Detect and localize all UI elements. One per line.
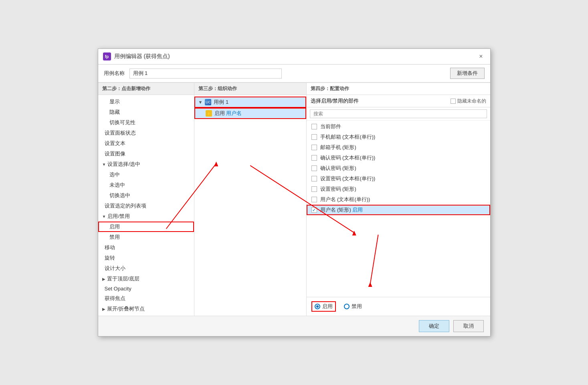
blue-enable-text: 启用 — [352, 207, 363, 213]
list-item[interactable]: 隐藏 — [98, 107, 194, 117]
list-item[interactable]: Set Opacity — [98, 284, 194, 293]
list-item[interactable]: 选中 — [98, 169, 194, 180]
blue-text-part: 用户名 — [226, 110, 242, 116]
dialog-body: 第二步：点击新增动作 显示 隐藏 切换可见性 设置面板状态 设置文本 设置图像 … — [98, 83, 490, 316]
title-bar-left: fp 用例编辑器 (获得焦点) — [103, 52, 170, 60]
right-panel-top: 第四步：配置动作 — [307, 83, 490, 95]
action-list: 显示 隐藏 切换可见性 设置面板状态 设置文本 设置图像 ▼ 设置选择/选中 选… — [98, 95, 194, 316]
use-case-editor-dialog: fp 用例编辑器 (获得焦点) × 用例名称 新增条件 第二步：点击新增动作 显… — [98, 48, 491, 337]
hide-unnamed-label: 隐藏未命名的 — [457, 98, 486, 105]
app-icon: fp — [103, 52, 111, 60]
comp-label: 用户名 (文本框(单行)) — [320, 196, 370, 203]
comp-label: 邮箱手机 (矩形) — [320, 144, 356, 151]
middle-panel-header: 第三步：组织动作 — [194, 83, 306, 95]
expand-arrow-icon: ▼ — [102, 162, 106, 167]
tree-item-action[interactable]: ⚡ 启用 用户名 — [194, 108, 306, 119]
list-item[interactable]: 设计大小 — [98, 263, 194, 274]
use-case-name-label: 用例名称 — [104, 70, 125, 77]
disable-radio-circle[interactable] — [344, 304, 350, 309]
comp-checkbox[interactable] — [311, 176, 317, 181]
comp-item[interactable]: 邮箱手机 (矩形) — [307, 142, 490, 153]
dialog-title: 用例编辑器 (获得焦点) — [114, 53, 170, 60]
use-case-name-input[interactable] — [129, 69, 282, 79]
comp-checkbox[interactable] — [311, 155, 317, 161]
list-item[interactable]: 切换可见性 — [98, 117, 194, 128]
action-icon: ⚡ — [206, 110, 212, 117]
list-item-group[interactable]: ▼ 启用/禁用 — [98, 211, 194, 222]
list-item[interactable]: 切换选中 — [98, 190, 194, 201]
list-item[interactable]: 设置图像 — [98, 149, 194, 159]
top-bar: 用例名称 新增条件 — [98, 65, 490, 83]
comp-item[interactable]: 手机邮箱 (文本框(单行)) — [307, 132, 490, 142]
select-component-label: 选择启用/禁用的部件 — [311, 97, 359, 105]
comp-item[interactable]: 设置密码 (矩形) — [307, 184, 490, 194]
list-item[interactable]: 获得焦点 — [98, 293, 194, 304]
comp-label: 手机邮箱 (文本框(单行)) — [320, 133, 376, 141]
comp-label: 用户名 (矩形) 启用 — [320, 206, 363, 214]
list-item[interactable]: 设置面板状态 — [98, 128, 194, 138]
comp-checkbox[interactable] — [311, 145, 317, 150]
title-bar: fp 用例编辑器 (获得焦点) × — [98, 49, 490, 65]
comp-checkbox[interactable] — [311, 186, 317, 192]
close-button[interactable]: × — [477, 52, 485, 61]
list-item-group[interactable]: ▼ 设置选择/选中 — [98, 159, 194, 169]
comp-checkbox[interactable] — [311, 124, 317, 129]
right-panel: 第四步：配置动作 选择启用/禁用的部件 隐藏未命名的 当前部件 — [307, 83, 490, 316]
comp-label: 当前部件 — [320, 123, 341, 130]
comp-checkbox-checked[interactable]: ✓ — [311, 207, 317, 213]
hide-unnamed-option: 隐藏未命名的 — [451, 98, 486, 105]
list-item-group[interactable]: ▶ 展开/折叠树节点 — [98, 304, 194, 314]
expand-arrow-icon: ▶ — [102, 277, 105, 281]
enable-radio-label: 启用 — [322, 303, 333, 310]
comp-item-username-rect[interactable]: ✓ 用户名 (矩形) 启用 — [307, 205, 490, 215]
disable-radio-option[interactable]: 禁用 — [344, 303, 362, 310]
expand-arrow-icon: ▶ — [102, 307, 105, 311]
enable-radio-option[interactable]: 启用 — [315, 303, 333, 310]
list-item[interactable]: 设置文本 — [98, 138, 194, 149]
tree-arrow-icon: ▼ — [198, 100, 203, 105]
comp-item[interactable]: 确认密码 (文本框(单行)) — [307, 153, 490, 163]
left-panel: 第二步：点击新增动作 显示 隐藏 切换可见性 设置面板状态 设置文本 设置图像 … — [98, 83, 194, 316]
usecase-icon: UC — [205, 99, 211, 105]
comp-label: 确认密码 (矩形) — [320, 165, 356, 172]
comp-label: 设置密码 (文本框(单行)) — [320, 175, 376, 182]
right-panel-header: 第四步：配置动作 — [311, 85, 349, 92]
component-select-header: 选择启用/禁用的部件 隐藏未命名的 — [307, 95, 490, 107]
list-item[interactable]: 设置选定的列表项 — [98, 201, 194, 211]
comp-checkbox[interactable] — [311, 165, 317, 171]
list-item[interactable]: 未选中 — [98, 180, 194, 190]
comp-label: 设置密码 (矩形) — [320, 185, 356, 193]
comp-checkbox[interactable] — [311, 134, 317, 140]
list-item[interactable]: 显示 — [98, 97, 194, 107]
enable-radio-container: 启用 — [311, 301, 336, 312]
list-item-label: 设置选择/选中 — [107, 161, 140, 168]
comp-item[interactable]: 设置密码 (文本框(单行)) — [307, 173, 490, 184]
comp-item[interactable]: 当前部件 — [307, 121, 490, 132]
tree-item-label: 启用 用户名 — [214, 110, 242, 117]
list-item-label: 启用/禁用 — [107, 213, 130, 220]
search-input[interactable] — [310, 109, 487, 118]
search-row — [307, 107, 490, 121]
expand-arrow-icon: ▼ — [102, 214, 106, 219]
comp-checkbox[interactable] — [311, 197, 317, 202]
cancel-button[interactable]: 取消 — [453, 320, 484, 332]
add-condition-button[interactable]: 新增条件 — [450, 68, 485, 79]
left-panel-header: 第二步：点击新增动作 — [98, 83, 194, 95]
enable-disable-row: 启用 禁用 — [307, 297, 490, 316]
comp-item[interactable]: 用户名 (文本框(单行)) — [307, 194, 490, 205]
tree-item-usecase[interactable]: ▼ UC 用例 1 — [194, 97, 306, 108]
ok-button[interactable]: 确定 — [419, 320, 449, 332]
list-item-group[interactable]: ▶ 置于顶层/底层 — [98, 274, 194, 284]
middle-panel: 第三步：组织动作 ▼ UC 用例 1 ⚡ 启用 用户名 — [194, 83, 307, 316]
comp-item[interactable]: 确认密码 (矩形) — [307, 163, 490, 173]
list-item-enable[interactable]: 启用 — [98, 222, 194, 232]
disable-radio-label: 禁用 — [352, 303, 362, 310]
list-item[interactable]: 禁用 — [98, 232, 194, 242]
list-item-label: 置于顶层/底层 — [107, 275, 140, 282]
main-content: 第二步：点击新增动作 显示 隐藏 切换可见性 设置面板状态 设置文本 设置图像 … — [98, 83, 490, 316]
list-item[interactable]: 移动 — [98, 242, 194, 253]
comp-label: 确认密码 (文本框(单行)) — [320, 154, 376, 161]
enable-radio-circle[interactable] — [315, 304, 320, 309]
hide-unnamed-checkbox[interactable] — [451, 99, 456, 104]
list-item[interactable]: 旋转 — [98, 253, 194, 263]
